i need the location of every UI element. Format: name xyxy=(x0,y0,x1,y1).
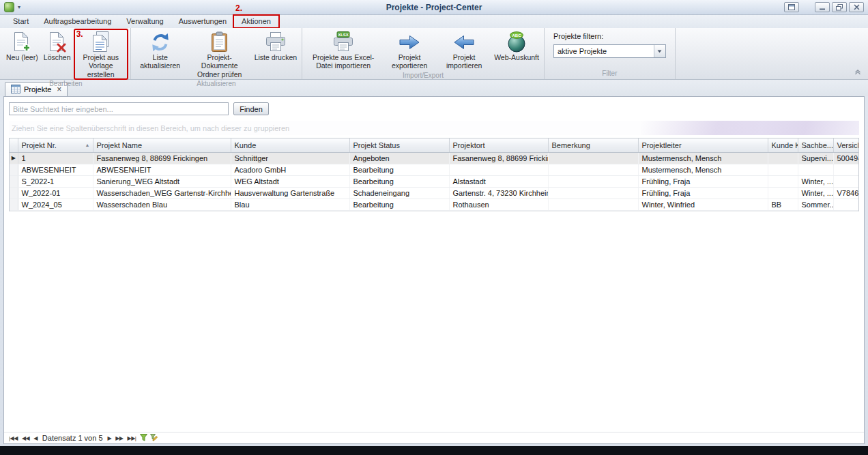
column-header-projekt-nr[interactable]: Projekt Nr.▲ xyxy=(18,138,93,152)
ribbon-button-projekt-aus-vorlage-erstellen[interactable]: Projekt aus Vorlage erstellen3. xyxy=(74,29,128,79)
restore-icon[interactable] xyxy=(832,2,847,12)
table-cell xyxy=(798,164,833,175)
ribbon-button-projekt-dokumente-ordner-prüfen[interactable]: Projekt-Dokumente Ordner prüfen xyxy=(188,29,251,79)
project-template-icon xyxy=(91,31,111,53)
dropdown-arrow-icon[interactable] xyxy=(654,45,665,57)
table-cell: Schadeneingang xyxy=(349,187,449,199)
menu-tab-label: Verwaltung xyxy=(126,17,163,25)
menu-tab-label: Auftragsbearbeitung xyxy=(44,17,111,25)
table-cell: Sanierung_WEG Altstadt xyxy=(93,175,231,187)
ribbon-group-label: Aktualisieren xyxy=(132,79,300,89)
clipboard-icon xyxy=(211,31,228,53)
table-row[interactable]: S_2022-1Sanierung_WEG AltstadtWEG Altsta… xyxy=(10,175,859,187)
first-record-icon[interactable]: |◀◀ xyxy=(9,435,18,441)
column-header-projektort[interactable]: Projektort xyxy=(449,138,548,152)
ribbon-button-label: Neu (leer) xyxy=(6,53,38,61)
ribbon-button-label: Projekte aus Excel-Datei importieren xyxy=(307,53,379,70)
next-page-icon[interactable]: ▶▶ xyxy=(115,435,123,441)
ribbon-button-label: Projekt-Dokumente Ordner prüfen xyxy=(190,53,249,78)
table-row[interactable]: ABWESENHEITABWESENHEITAcadoro GmbHBearbe… xyxy=(10,164,859,175)
ribbon-button-liste-drucken[interactable]: Liste drucken xyxy=(252,29,299,79)
table-cell xyxy=(548,187,638,199)
sort-ascending-icon: ▲ xyxy=(85,143,90,147)
ribbon-button-projekt-importieren[interactable]: Projekt importieren xyxy=(437,29,491,71)
column-header-projekt-name[interactable]: Projekt Name xyxy=(93,138,231,152)
ribbon-button-label: Projekt importieren xyxy=(439,53,489,70)
ribbon-button-web-auskunft[interactable]: ABCWeb-Auskunft xyxy=(492,29,541,71)
edit-filter-icon[interactable] xyxy=(150,434,158,443)
ribbon-button-löschen[interactable]: Löschen xyxy=(42,29,73,79)
table-cell: Mustermensch, Mensch xyxy=(638,152,768,164)
table-cell xyxy=(449,164,548,175)
new-document-icon xyxy=(13,31,31,53)
table-cell: ABWESENHEIT xyxy=(18,164,93,175)
last-record-icon[interactable]: ▶▶| xyxy=(128,435,136,441)
menu-tab-auswertungen[interactable]: Auswertungen xyxy=(171,16,234,27)
ribbon-button-projekte-aus-excel-datei-importieren[interactable]: XLSXProjekte aus Excel-Datei importieren xyxy=(305,29,381,71)
table-row[interactable]: W_2024_05Wasserschaden BlauBlauBearbeitu… xyxy=(10,199,859,210)
options-icon[interactable] xyxy=(784,2,799,12)
annotation-step-2: 2. xyxy=(235,3,242,13)
ribbon-group-bearbeiten: Neu (leer)LöschenProjekt aus Vorlage ers… xyxy=(1,28,131,79)
ribbon-group-label: Filter xyxy=(546,69,674,79)
column-header-kunde-k[interactable]: Kunde K... xyxy=(768,138,798,152)
ribbon-button-liste-aktualisieren[interactable]: Liste aktualisieren xyxy=(134,29,187,79)
table-cell xyxy=(833,199,859,210)
menu-tab-label: Auswertungen xyxy=(179,17,227,25)
column-header-label: Projekt Name xyxy=(97,141,143,149)
menu-tab-aktionen[interactable]: Aktionen2. xyxy=(234,16,278,27)
group-by-panel[interactable]: Ziehen Sie eine Spaltenüberschrift in di… xyxy=(9,121,859,135)
table-row[interactable]: W_2022-01Wasserschaden_WEG Gartenstr-Kir… xyxy=(10,187,859,199)
column-header-sachbe[interactable]: Sachbe... xyxy=(798,138,833,152)
row-indicator-cell xyxy=(10,187,18,199)
table-row[interactable]: ▶1Fasanenweg 8, 88699 FrickingenSchnittg… xyxy=(10,152,859,164)
bottom-bar xyxy=(0,446,868,455)
row-indicator-cell xyxy=(10,164,18,175)
table-cell: Hausverwaltung Gartenstraße xyxy=(231,187,349,199)
column-header-projekt-status[interactable]: Projekt Status xyxy=(349,138,449,152)
row-indicator-header xyxy=(10,138,18,152)
nav-buttons-right: ▶▶▶▶▶| xyxy=(108,435,136,441)
column-header-versiche[interactable]: Versiche... xyxy=(833,138,859,152)
next-record-icon[interactable]: ▶ xyxy=(108,435,112,441)
project-filter-select[interactable]: aktive Projekte xyxy=(553,44,666,58)
close-icon[interactable] xyxy=(849,2,864,12)
filter-icon[interactable] xyxy=(140,434,147,443)
column-header-label: Versiche... xyxy=(837,141,860,149)
table-cell: Rothausen xyxy=(449,199,548,210)
menu-tab-auftragsbearbeitung[interactable]: Auftragsbearbeitung xyxy=(36,16,119,27)
collapse-ribbon-icon[interactable] xyxy=(854,68,861,76)
table-cell: Bearbeitung xyxy=(349,199,449,210)
table-cell: Fasanenweg 8, 88699 Frickingen xyxy=(93,152,231,164)
quick-access-dropdown-icon[interactable]: ▾ xyxy=(18,4,20,10)
prev-record-icon[interactable]: ◀ xyxy=(33,435,38,441)
table-cell: Mustermensch, Mensch xyxy=(638,164,768,175)
svg-text:ABC: ABC xyxy=(512,33,522,38)
column-header-projektleiter[interactable]: Projektleiter xyxy=(638,138,768,152)
menu-tab-start[interactable]: Start xyxy=(5,16,36,27)
search-input[interactable] xyxy=(9,102,229,115)
ribbon-group-label: Import/Export xyxy=(304,71,542,80)
column-header-bemerkung[interactable]: Bemerkung xyxy=(548,138,638,152)
column-header-label: Bemerkung xyxy=(552,141,590,149)
row-indicator-cell xyxy=(10,175,18,187)
ribbon-button-neu-leer[interactable]: Neu (leer) xyxy=(4,29,40,79)
ribbon: Neu (leer)LöschenProjekt aus Vorlage ers… xyxy=(0,28,868,80)
table-cell: Fasanenweg 8, 88699 Frickingen xyxy=(449,152,548,164)
table-cell xyxy=(548,152,638,164)
menu-tab-verwaltung[interactable]: Verwaltung xyxy=(119,16,171,27)
find-button[interactable]: Finden xyxy=(233,102,269,115)
ribbon-group-label: Bearbeiten xyxy=(3,79,129,89)
table-cell: Wasserschaden Blau xyxy=(93,199,231,210)
ribbon-button-label: Liste aktualisieren xyxy=(136,53,185,70)
table-cell: Schnittger xyxy=(231,152,349,164)
table-cell xyxy=(548,199,638,210)
table-cell: Supervi... xyxy=(798,152,833,164)
row-indicator-cell: ▶ xyxy=(10,152,18,164)
prev-page-icon[interactable]: ◀◀ xyxy=(22,435,29,441)
table-cell xyxy=(768,164,798,175)
column-header-kunde[interactable]: Kunde xyxy=(231,138,349,152)
minimize-icon[interactable] xyxy=(815,2,830,12)
window-controls xyxy=(784,2,864,12)
ribbon-button-projekt-exportieren[interactable]: Projekt exportieren xyxy=(383,29,436,71)
